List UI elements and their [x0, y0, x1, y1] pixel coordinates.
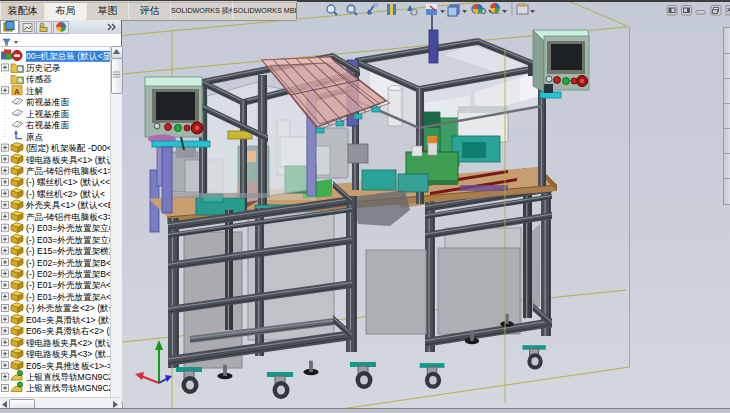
svg-text:(-) E15=外壳放置架横梁: (-) E15=外壳放置架横梁 [26, 246, 118, 256]
svg-text:E06=夹具滑轨右<2> (默: E06=夹具滑轨右<2> (默 [26, 326, 118, 336]
svg-text:传感器: 传感器 [25, 74, 52, 84]
svg-text:00=机架总装 (默认<显: 00=机架总装 (默认<显 [26, 51, 111, 61]
svg-text:外壳夹具<1> (默认<<B: 外壳夹具<1> (默认<<B [25, 200, 114, 210]
svg-text:(-) E02=外壳放置架B<1: (-) E02=外壳放置架B<1 [26, 258, 116, 268]
svg-text:产品-铸铝件电脑板<3>: 产品-铸铝件电脑板<3> [26, 212, 112, 222]
svg-text:(-) E03=外壳放置架立柱: (-) E03=外壳放置架立柱 [26, 235, 118, 245]
svg-text:注解: 注解 [26, 86, 44, 96]
svg-text:锂电路板夹具<1> (默认: 锂电路板夹具<1> (默认 [25, 155, 115, 165]
svg-text:A: A [14, 87, 20, 96]
svg-text:E04=夹具滑轨<1> (默认: E04=夹具滑轨<1> (默认 [26, 315, 118, 325]
svg-text:锂电路板夹具<3> (默...: 锂电路板夹具<3> (默... [25, 349, 113, 359]
svg-text:右视基准面: 右视基准面 [25, 120, 69, 130]
svg-text:前视基准面: 前视基准面 [26, 97, 69, 107]
svg-text:上视基准面: 上视基准面 [26, 109, 69, 119]
svg-text:(固定) 机架装配 -D00<1: (固定) 机架装配 -D00<1 [26, 143, 117, 153]
svg-text:历史记录: 历史记录 [26, 63, 61, 73]
svg-text:(-) E03=外壳放置架立柱: (-) E03=外壳放置架立柱 [26, 223, 118, 233]
svg-text:(-) 外壳放置盒<2> (默认: (-) 外壳放置盒<2> (默认 [26, 303, 118, 313]
svg-text:E05=夹具推送板<1>->: E05=夹具推送板<1>-> [26, 361, 112, 371]
svg-text:上银直线导轨MGN9CZ0: 上银直线导轨MGN9CZ0 [26, 372, 119, 382]
svg-text:(-) 螺丝机<2> (默认<: (-) 螺丝机<2> (默认< [26, 189, 105, 199]
svg-text:上银直线导轨MGN9CZ0: 上银直线导轨MGN9CZ0 [26, 383, 119, 393]
svg-text:(-) 螺丝机<1> (默认<<: (-) 螺丝机<1> (默认<< [26, 177, 110, 187]
svg-text:锂电路板夹具<2> (默认: 锂电路板夹具<2> (默认 [25, 338, 115, 348]
svg-text:(-) E02=外壳放置架B<2: (-) E02=外壳放置架B<2 [26, 269, 116, 279]
svg-text:(-) E01=外壳放置架A<2: (-) E01=外壳放置架A<2 [26, 292, 116, 302]
svg-text:原点: 原点 [26, 132, 44, 142]
svg-text:(-) E01=外壳放置架A<1: (-) E01=外壳放置架A<1 [26, 280, 116, 290]
svg-text:产品-铸铝件电脑板<1>: 产品-铸铝件电脑板<1> [26, 166, 112, 176]
